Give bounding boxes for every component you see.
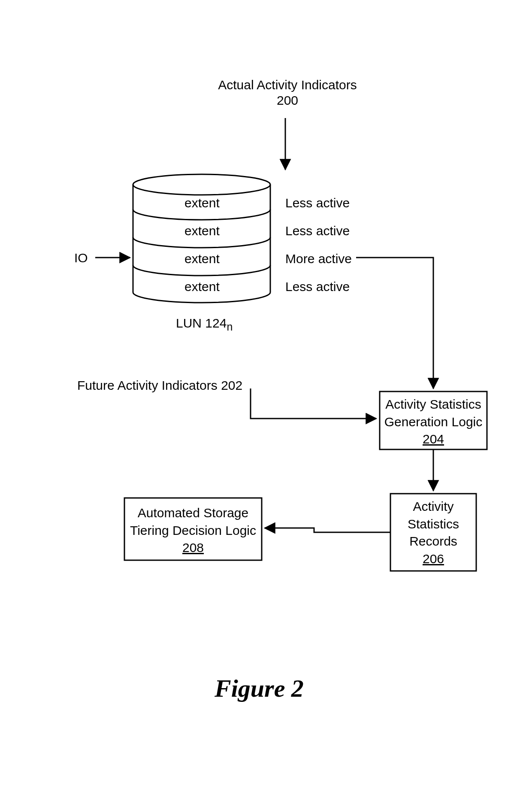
box-206-line3: Records (409, 534, 457, 548)
box-208-label: Automated Storage Tiering Decision Logic… (124, 504, 262, 557)
box-208-line2: Tiering Decision Logic (130, 523, 256, 537)
activity-2: More active (285, 251, 352, 267)
arrow-future-to-204 (251, 388, 376, 419)
extent-2-label: extent (184, 251, 220, 267)
extent-1-label: extent (184, 223, 220, 239)
svg-point-0 (133, 174, 270, 195)
activity-1: Less active (285, 223, 350, 239)
arrow-activity-to-204 (356, 258, 433, 388)
future-label: Future Activity Indicators 202 (77, 378, 242, 393)
activity-3: Less active (285, 279, 350, 294)
box-206-line1: Activity (413, 499, 453, 513)
header-title: Actual Activity Indicators 200 (202, 77, 373, 108)
box-204-ref: 204 (423, 432, 444, 446)
box-204-line1: Activity Statistics (385, 397, 481, 411)
box-204-label: Activity Statistics Generation Logic 204 (380, 396, 487, 448)
lun-label: LUN 124n (176, 316, 233, 333)
box-204-line2: Generation Logic (384, 415, 483, 429)
lun-label-prefix: LUN 124 (176, 316, 227, 330)
extent-0-label: extent (184, 195, 220, 211)
arrow-206-to-208 (265, 528, 390, 532)
extent-3-label: extent (184, 279, 220, 294)
box-206-line2: Statistics (408, 517, 459, 531)
diagram-canvas (0, 0, 532, 789)
box-208-ref: 208 (182, 540, 204, 555)
header-title-line1: Actual Activity Indicators (218, 78, 357, 92)
box-208-line1: Automated Storage (138, 506, 249, 520)
lun-label-sub: n (227, 321, 233, 333)
io-label: IO (74, 250, 88, 266)
box-206-label: Activity Statistics Records 206 (390, 498, 476, 567)
header-title-ref: 200 (277, 93, 298, 107)
figure-caption: Figure 2 (215, 674, 304, 703)
activity-0: Less active (285, 195, 350, 211)
box-206-ref: 206 (423, 552, 444, 566)
